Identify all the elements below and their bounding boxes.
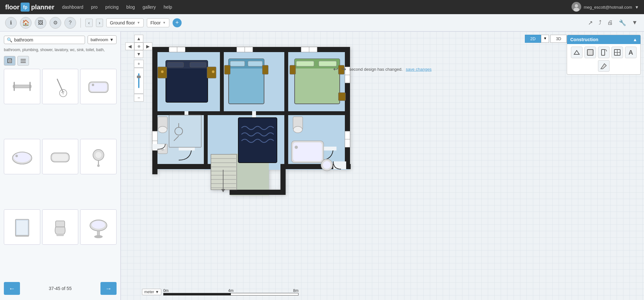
list-item[interactable]: [42, 69, 79, 104]
ground-floor-dropdown[interactable]: Ground floor ▼: [106, 18, 144, 27]
pan-down-button[interactable]: ▼: [134, 50, 143, 58]
svg-rect-63: [152, 111, 350, 115]
svg-point-34: [92, 221, 105, 229]
user-menu[interactable]: meg_escott@hotmail.com ▼: [572, 2, 639, 13]
scale-bar: meter ▼ 0m 4m 8m: [142, 288, 298, 295]
svg-rect-53: [230, 190, 285, 195]
svg-point-20: [14, 153, 31, 162]
svg-rect-38: [587, 50, 593, 55]
canvas-area[interactable]: ▲ ◀ ⊕ ▶ ▼ + − ↩ ↪ second desi: [121, 32, 644, 300]
list-item[interactable]: [4, 209, 40, 245]
3d-mode-button[interactable]: 3D: [550, 35, 567, 43]
2d-list-view-btn[interactable]: [17, 56, 29, 66]
nav-help[interactable]: help: [164, 5, 172, 10]
nav-pro[interactable]: pro: [91, 5, 98, 10]
nav-dashboard[interactable]: dashboard: [62, 5, 83, 10]
search-input-wrapper[interactable]: 🔍: [4, 36, 85, 44]
svg-rect-105: [169, 115, 201, 147]
list-item[interactable]: [80, 209, 117, 245]
list-item[interactable]: [4, 69, 40, 104]
category-dropdown[interactable]: bathroom ▼: [88, 35, 117, 44]
share-arrow-icon[interactable]: ↗: [587, 18, 594, 28]
zoom-in-button[interactable]: +: [134, 60, 144, 68]
search-input[interactable]: [14, 37, 82, 42]
floor-tool[interactable]: [584, 47, 596, 58]
list-item[interactable]: [80, 69, 117, 104]
svg-rect-8: [13, 85, 31, 88]
nav-pricing[interactable]: pricing: [105, 5, 118, 10]
erase-tool[interactable]: [598, 60, 610, 72]
print-icon[interactable]: 🖨: [606, 18, 614, 27]
floor-prev-button[interactable]: ‹: [85, 19, 93, 27]
save-changes-link[interactable]: save changes: [406, 67, 431, 72]
3d-view-btn[interactable]: [4, 56, 15, 66]
pan-right-button[interactable]: ▶: [143, 42, 152, 50]
2d-chevron[interactable]: ▼: [541, 35, 549, 43]
left-sidebar: 🔍 bathroom ▼ bathroom, plumbing, shower,…: [0, 32, 121, 300]
door-tool[interactable]: [598, 47, 610, 58]
svg-point-15: [63, 93, 64, 95]
main-content: 🔍 bathroom ▼ bathroom, plumbing, shower,…: [0, 32, 644, 300]
more-options-icon[interactable]: ▼: [630, 18, 639, 27]
settings-button[interactable]: ⚙: [50, 17, 61, 29]
nav-gallery[interactable]: gallery: [143, 5, 156, 10]
svg-rect-10: [29, 82, 31, 91]
2d-mode-button[interactable]: 2D: [525, 35, 541, 43]
svg-point-36: [94, 235, 102, 238]
text-tool[interactable]: A: [625, 47, 637, 58]
svg-marker-37: [574, 50, 579, 54]
photos-button[interactable]: 🖼: [35, 17, 46, 29]
floor-type-dropdown[interactable]: Floor ▼: [147, 18, 169, 27]
svg-point-127: [323, 161, 331, 169]
construction-panel: Construction ▲: [567, 35, 641, 75]
svg-rect-132: [152, 144, 165, 149]
wall-tool[interactable]: [571, 47, 582, 58]
info-button[interactable]: ℹ: [5, 17, 17, 29]
nav-blog[interactable]: blog: [126, 5, 135, 10]
svg-line-11: [57, 79, 63, 93]
svg-rect-55: [152, 47, 157, 174]
svg-rect-9: [14, 82, 15, 91]
svg-rect-130: [338, 93, 346, 101]
pan-left-button[interactable]: ◀: [125, 42, 134, 50]
window-tool[interactable]: [611, 47, 623, 58]
prev-page-button[interactable]: ←: [4, 282, 20, 295]
zoom-out-button[interactable]: −: [134, 94, 144, 102]
list-item[interactable]: [4, 139, 40, 174]
floor-type-label: Floor: [150, 20, 161, 25]
tools-icon[interactable]: 🔧: [618, 18, 627, 28]
svg-rect-109: [238, 118, 277, 163]
add-floor-button[interactable]: +: [173, 18, 182, 27]
svg-point-125: [293, 126, 302, 133]
help-button[interactable]: ?: [64, 17, 76, 29]
list-item[interactable]: [80, 139, 117, 174]
svg-rect-39: [601, 50, 605, 55]
construction-title: Construction: [570, 37, 598, 42]
floor-next-button[interactable]: ›: [96, 19, 103, 27]
svg-point-128: [161, 70, 164, 73]
home-button[interactable]: 🏠: [20, 17, 32, 29]
floor-plan[interactable]: [147, 41, 365, 197]
construction-collapse-icon: ▲: [633, 37, 637, 42]
redo-icon[interactable]: ↪: [341, 66, 346, 73]
pan-up-button[interactable]: ▲: [134, 35, 143, 42]
list-item[interactable]: [42, 139, 79, 174]
next-page-button[interactable]: →: [100, 282, 117, 295]
svg-rect-65: [284, 111, 288, 169]
pan-center-button[interactable]: ⊕: [134, 42, 143, 50]
undo-icon[interactable]: ↩: [333, 66, 338, 73]
svg-rect-4: [9, 60, 12, 63]
scale-unit-dropdown[interactable]: meter ▼: [142, 289, 161, 295]
top-navigation: floor fp planner dashboard pro pricing b…: [0, 0, 644, 14]
svg-rect-23: [52, 154, 68, 161]
logo-text-floor: floor: [5, 4, 19, 11]
scale-unit-chevron: ▼: [155, 290, 159, 294]
share-icon[interactable]: ⤴: [597, 18, 603, 27]
floor-plan-rooms: [152, 47, 351, 195]
svg-point-25: [95, 152, 101, 158]
construction-header[interactable]: Construction ▲: [567, 35, 640, 44]
list-item[interactable]: [42, 209, 79, 245]
svg-point-21: [15, 155, 18, 158]
logo[interactable]: floor fp planner: [5, 3, 54, 12]
scale-label-4m: 4m: [228, 288, 234, 293]
